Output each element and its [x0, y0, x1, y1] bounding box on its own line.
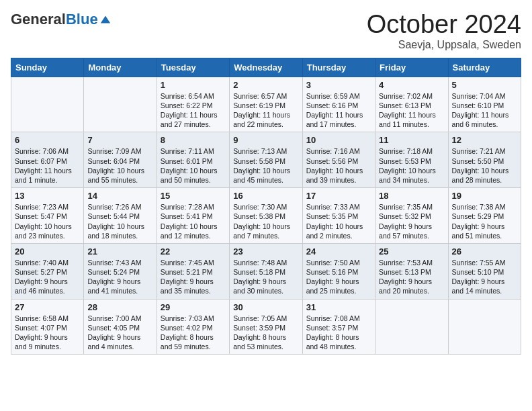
- cell-content: Sunrise: 7:05 AMSunset: 3:59 PMDaylight:…: [233, 314, 298, 352]
- calendar-cell: 9Sunrise: 7:13 AMSunset: 5:58 PMDaylight…: [230, 132, 302, 188]
- cell-line: Daylight: 11 hours: [161, 110, 226, 120]
- cell-line: Daylight: 11 hours: [379, 110, 444, 120]
- cell-line: and 39 minutes.: [306, 175, 371, 185]
- cell-line: Sunrise: 7:43 AM: [87, 258, 152, 267]
- cell-line: Sunrise: 7:09 AM: [87, 146, 152, 156]
- cell-content: Sunrise: 7:11 AMSunset: 6:01 PMDaylight:…: [161, 146, 226, 185]
- cell-line: Sunrise: 7:53 AM: [379, 258, 444, 267]
- cell-line: Sunset: 6:07 PM: [15, 156, 80, 166]
- day-number: 12: [452, 135, 517, 145]
- calendar-cell: 31Sunrise: 7:08 AMSunset: 3:57 PMDayligh…: [302, 299, 375, 355]
- cell-line: Daylight: 11 hours: [15, 166, 80, 175]
- cell-line: Daylight: 9 hours: [87, 277, 152, 286]
- calendar-cell: 12Sunrise: 7:21 AMSunset: 5:50 PMDayligh…: [448, 132, 521, 188]
- logo-icon: [99, 13, 112, 26]
- cell-line: Sunrise: 7:06 AM: [15, 146, 80, 156]
- month-title: October 2024: [367, 11, 521, 39]
- day-number: 19: [452, 191, 517, 201]
- cell-line: Sunrise: 7:38 AM: [452, 202, 517, 212]
- cell-line: Sunrise: 7:23 AM: [15, 202, 80, 212]
- calendar-cell: 16Sunrise: 7:30 AMSunset: 5:38 PMDayligh…: [230, 188, 302, 244]
- cell-line: Sunset: 5:21 PM: [161, 267, 226, 277]
- day-number: 29: [161, 302, 226, 312]
- cell-line: Daylight: 9 hours: [306, 277, 371, 286]
- cell-line: and 17 minutes.: [306, 120, 371, 129]
- cell-content: Sunrise: 7:53 AMSunset: 5:13 PMDaylight:…: [379, 258, 444, 296]
- calendar-cell: 8Sunrise: 7:11 AMSunset: 6:01 PMDaylight…: [157, 132, 229, 188]
- cell-line: Daylight: 9 hours: [452, 277, 517, 286]
- week-row-5: 27Sunrise: 6:58 AMSunset: 4:07 PMDayligh…: [11, 299, 521, 355]
- cell-line: Daylight: 9 hours: [15, 277, 80, 286]
- cell-line: Sunset: 5:50 PM: [452, 156, 517, 166]
- cell-line: and 1 minute.: [15, 175, 80, 185]
- calendar-cell: 28Sunrise: 7:00 AMSunset: 4:05 PMDayligh…: [84, 299, 157, 355]
- cell-line: Daylight: 9 hours: [15, 332, 80, 342]
- cell-line: and 59 minutes.: [161, 342, 226, 351]
- cell-content: Sunrise: 7:45 AMSunset: 5:21 PMDaylight:…: [161, 258, 226, 296]
- cell-content: Sunrise: 7:09 AMSunset: 6:04 PMDaylight:…: [87, 146, 152, 185]
- cell-line: Sunset: 5:53 PM: [379, 156, 444, 166]
- cell-line: Sunset: 5:18 PM: [233, 267, 298, 277]
- cell-line: Daylight: 10 hours: [306, 166, 371, 175]
- cell-line: Sunrise: 7:05 AM: [233, 314, 298, 323]
- cell-content: Sunrise: 7:21 AMSunset: 5:50 PMDaylight:…: [452, 146, 517, 185]
- cell-line: and 4 minutes.: [87, 342, 152, 351]
- day-number: 18: [379, 191, 444, 201]
- cell-line: and 18 minutes.: [87, 231, 152, 240]
- cell-line: Sunset: 5:29 PM: [452, 212, 517, 221]
- cell-line: Sunset: 5:47 PM: [15, 212, 80, 221]
- day-number: 8: [161, 135, 226, 145]
- day-number: 23: [233, 246, 298, 257]
- calendar-cell: 3Sunrise: 6:59 AMSunset: 6:16 PMDaylight…: [302, 77, 375, 132]
- cell-line: Sunrise: 6:54 AM: [161, 91, 226, 101]
- calendar-cell: 30Sunrise: 7:05 AMSunset: 3:59 PMDayligh…: [230, 299, 302, 355]
- cell-line: Daylight: 10 hours: [161, 222, 226, 231]
- day-number: 16: [233, 191, 298, 201]
- cell-line: Daylight: 10 hours: [87, 222, 152, 231]
- logo: GeneralBlue: [11, 11, 112, 28]
- calendar-cell: 29Sunrise: 7:03 AMSunset: 4:02 PMDayligh…: [157, 299, 229, 355]
- cell-line: and 11 minutes.: [379, 120, 444, 129]
- cell-content: Sunrise: 7:23 AMSunset: 5:47 PMDaylight:…: [15, 202, 80, 240]
- cell-line: Daylight: 10 hours: [15, 222, 80, 231]
- cell-line: Daylight: 10 hours: [379, 166, 444, 175]
- day-number: 25: [379, 246, 444, 257]
- calendar-cell: [375, 299, 448, 355]
- cell-line: Sunset: 4:07 PM: [15, 323, 80, 332]
- cell-line: Sunrise: 7:48 AM: [233, 258, 298, 267]
- calendar-cell: 1Sunrise: 6:54 AMSunset: 6:22 PMDaylight…: [157, 77, 229, 132]
- cell-line: and 7 minutes.: [233, 231, 298, 240]
- day-number: 22: [161, 246, 226, 257]
- cell-line: Sunset: 3:57 PM: [306, 323, 371, 332]
- cell-line: and 35 minutes.: [161, 286, 226, 295]
- day-number: 15: [161, 191, 226, 201]
- cell-line: Sunset: 6:19 PM: [233, 101, 298, 110]
- day-number: 21: [87, 246, 152, 257]
- cell-content: Sunrise: 7:50 AMSunset: 5:16 PMDaylight:…: [306, 258, 371, 296]
- header-row: SundayMondayTuesdayWednesdayThursdayFrid…: [11, 58, 521, 77]
- cell-line: Daylight: 11 hours: [452, 110, 517, 120]
- cell-line: Sunrise: 7:13 AM: [233, 146, 298, 156]
- cell-line: Sunset: 6:01 PM: [161, 156, 226, 166]
- cell-line: Sunset: 5:13 PM: [379, 267, 444, 277]
- cell-line: and 6 minutes.: [452, 120, 517, 129]
- cell-content: Sunrise: 7:38 AMSunset: 5:29 PMDaylight:…: [452, 202, 517, 240]
- header-cell-monday: Monday: [84, 58, 157, 77]
- cell-content: Sunrise: 7:03 AMSunset: 4:02 PMDaylight:…: [161, 314, 226, 352]
- cell-line: and 41 minutes.: [87, 286, 152, 295]
- cell-content: Sunrise: 7:16 AMSunset: 5:56 PMDaylight:…: [306, 146, 371, 185]
- cell-line: Daylight: 10 hours: [306, 222, 371, 231]
- cell-line: Sunrise: 7:30 AM: [233, 202, 298, 212]
- cell-content: Sunrise: 7:43 AMSunset: 5:24 PMDaylight:…: [87, 258, 152, 296]
- cell-line: Sunrise: 7:33 AM: [306, 202, 371, 212]
- day-number: 3: [306, 80, 371, 90]
- calendar-cell: 21Sunrise: 7:43 AMSunset: 5:24 PMDayligh…: [84, 243, 157, 299]
- day-number: 5: [452, 80, 517, 90]
- cell-content: Sunrise: 7:08 AMSunset: 3:57 PMDaylight:…: [306, 314, 371, 352]
- calendar-cell: 7Sunrise: 7:09 AMSunset: 6:04 PMDaylight…: [84, 132, 157, 188]
- cell-line: and 12 minutes.: [161, 231, 226, 240]
- calendar-cell: 19Sunrise: 7:38 AMSunset: 5:29 PMDayligh…: [448, 188, 521, 244]
- cell-line: Sunset: 5:56 PM: [306, 156, 371, 166]
- location-subtitle: Saevja, Uppsala, Sweden: [367, 39, 521, 51]
- cell-content: Sunrise: 7:00 AMSunset: 4:05 PMDaylight:…: [87, 314, 152, 352]
